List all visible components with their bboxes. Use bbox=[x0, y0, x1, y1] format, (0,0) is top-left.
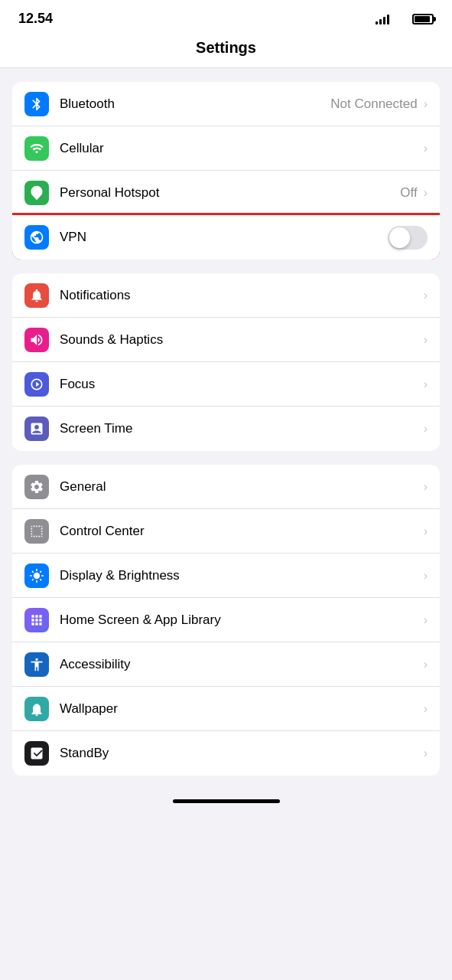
status-bar: 12.54 bbox=[0, 0, 452, 33]
cellular-label: Cellular bbox=[60, 141, 424, 156]
screentime-chevron: › bbox=[424, 422, 428, 436]
home-indicator bbox=[173, 799, 280, 803]
general-chevron: › bbox=[424, 480, 428, 494]
vpn-toggle[interactable] bbox=[388, 226, 428, 250]
bluetooth-value: Not Connected bbox=[330, 96, 417, 112]
homescreen-chevron: › bbox=[424, 613, 428, 627]
accessibility-item[interactable]: Accessibility › bbox=[12, 642, 440, 687]
focus-label: Focus bbox=[60, 377, 424, 392]
bluetooth-chevron: › bbox=[424, 97, 428, 111]
hotspot-icon bbox=[24, 181, 49, 205]
hotspot-value: Off bbox=[400, 185, 417, 201]
sounds-item[interactable]: Sounds & Haptics › bbox=[12, 318, 440, 362]
signal-icon bbox=[376, 14, 389, 24]
general-icon bbox=[24, 475, 49, 499]
cellular-item[interactable]: Cellular › bbox=[12, 126, 440, 171]
notifications-label: Notifications bbox=[60, 288, 424, 303]
wifi-icon bbox=[394, 14, 408, 24]
bluetooth-label: Bluetooth bbox=[60, 96, 330, 112]
display-icon bbox=[24, 564, 49, 588]
wallpaper-label: Wallpaper bbox=[60, 701, 424, 717]
accessibility-chevron: › bbox=[424, 658, 428, 671]
status-icons bbox=[376, 14, 434, 24]
display-group: General › Control Center › Display & Bri… bbox=[12, 465, 440, 776]
vpn-label: VPN bbox=[60, 230, 388, 245]
general-item[interactable]: General › bbox=[12, 465, 440, 509]
homescreen-label: Home Screen & App Library bbox=[60, 612, 424, 628]
focus-chevron: › bbox=[424, 377, 428, 391]
homescreen-icon bbox=[24, 608, 49, 632]
bluetooth-icon bbox=[24, 92, 49, 116]
page-title: Settings bbox=[196, 39, 256, 56]
standby-item[interactable]: StandBy › bbox=[12, 731, 440, 776]
display-item[interactable]: Display & Brightness › bbox=[12, 554, 440, 598]
hotspot-item[interactable]: Personal Hotspot Off › bbox=[12, 171, 440, 215]
cellular-icon bbox=[24, 136, 49, 161]
standby-label: StandBy bbox=[60, 746, 424, 761]
notifications-item[interactable]: Notifications › bbox=[12, 273, 440, 318]
controlcenter-label: Control Center bbox=[60, 524, 424, 539]
hotspot-chevron: › bbox=[424, 186, 428, 200]
battery-icon bbox=[412, 14, 434, 24]
focus-icon bbox=[24, 372, 49, 397]
screentime-icon bbox=[24, 416, 49, 441]
sounds-label: Sounds & Haptics bbox=[60, 332, 424, 348]
vpn-icon bbox=[24, 225, 49, 250]
home-indicator-area bbox=[0, 789, 452, 820]
bluetooth-item[interactable]: Bluetooth Not Connected › bbox=[12, 82, 440, 126]
focus-item[interactable]: Focus › bbox=[12, 362, 440, 407]
controlcenter-icon bbox=[24, 519, 49, 544]
controlcenter-chevron: › bbox=[424, 524, 428, 538]
wallpaper-item[interactable]: Wallpaper › bbox=[12, 687, 440, 731]
screentime-label: Screen Time bbox=[60, 421, 424, 436]
standby-chevron: › bbox=[424, 746, 428, 760]
wallpaper-icon bbox=[24, 697, 49, 721]
display-chevron: › bbox=[424, 569, 428, 583]
vpn-item[interactable]: VPN bbox=[12, 215, 440, 260]
connectivity-group: Bluetooth Not Connected › Cellular › Per… bbox=[12, 82, 440, 260]
screentime-item[interactable]: Screen Time › bbox=[12, 407, 440, 451]
sounds-icon bbox=[24, 328, 49, 352]
notifications-chevron: › bbox=[424, 289, 428, 302]
wallpaper-chevron: › bbox=[424, 702, 428, 716]
accessibility-label: Accessibility bbox=[60, 657, 424, 672]
page-title-bar: Settings bbox=[0, 33, 452, 68]
status-time: 12.54 bbox=[18, 11, 53, 27]
notifications-group: Notifications › Sounds & Haptics › Focus… bbox=[12, 273, 440, 451]
controlcenter-item[interactable]: Control Center › bbox=[12, 509, 440, 554]
cellular-chevron: › bbox=[424, 142, 428, 155]
accessibility-icon bbox=[24, 652, 49, 677]
standby-icon bbox=[24, 741, 49, 766]
hotspot-label: Personal Hotspot bbox=[60, 185, 400, 201]
homescreen-item[interactable]: Home Screen & App Library › bbox=[12, 598, 440, 642]
general-label: General bbox=[60, 479, 424, 495]
display-label: Display & Brightness bbox=[60, 568, 424, 583]
sounds-chevron: › bbox=[424, 333, 428, 347]
notifications-icon bbox=[24, 283, 49, 308]
vpn-toggle-knob bbox=[389, 227, 410, 248]
